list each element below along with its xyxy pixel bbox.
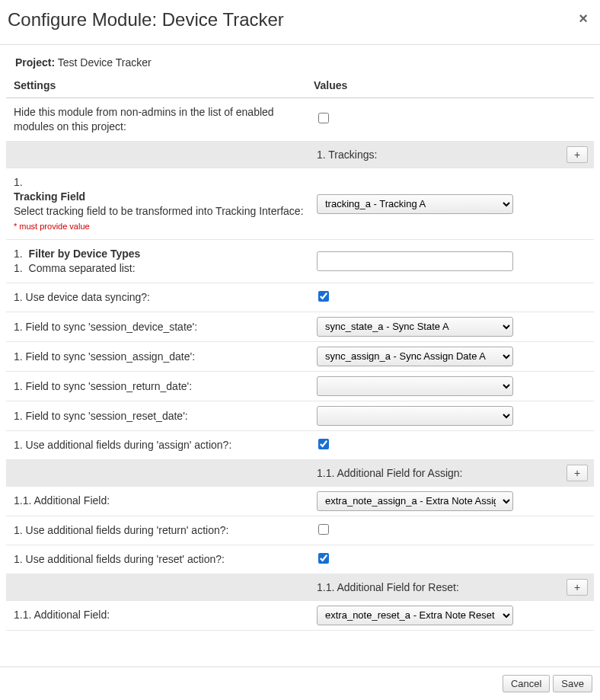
hide-module-label: Hide this module from non-admins in the … <box>14 106 274 133</box>
save-button[interactable]: Save <box>553 675 592 692</box>
add-additional-reset-button[interactable]: + <box>566 579 588 596</box>
additional-field-assign-label: 1.1. Additional Field: <box>14 494 110 507</box>
section-trackings-label: 1. Trackings: <box>317 149 377 161</box>
filter-prefix: 1. <box>14 248 23 260</box>
row-hide-module: Hide this module from non-admins in the … <box>6 98 594 142</box>
sync-reset-date-label: 1. Field to sync 'session_reset_date': <box>14 410 188 422</box>
section-additional-reset-label: 1.1. Additional Field for Reset: <box>317 581 459 593</box>
row-sync-return-date: 1. Field to sync 'session_return_date': <box>6 371 594 401</box>
use-additional-return-checkbox[interactable] <box>318 524 329 535</box>
add-additional-assign-button[interactable]: + <box>566 465 588 481</box>
section-additional-assign: 1.1. Additional Field for Assign: + <box>6 459 594 486</box>
project-label: Project: <box>15 56 55 69</box>
row-use-additional-return: 1. Use additional fields during 'return'… <box>6 516 594 545</box>
section-additional-assign-label: 1.1. Additional Field for Assign: <box>317 467 462 479</box>
row-use-additional-reset: 1. Use additional fields during 'reset' … <box>6 545 594 574</box>
row-tracking-field: 1. Tracking Field Select tracking field … <box>6 168 594 240</box>
section-trackings: 1. Trackings: + <box>6 141 594 168</box>
sync-return-date-label: 1. Field to sync 'session_return_date': <box>14 380 192 392</box>
tracking-field-required: * must provide value <box>14 221 306 232</box>
sync-return-date-select[interactable] <box>317 376 513 396</box>
additional-field-reset-select[interactable]: extra_note_reset_a - Extra Note Reset A <box>317 606 513 625</box>
hide-module-checkbox[interactable] <box>318 113 329 123</box>
row-use-additional-assign: 1. Use additional fields during 'assign'… <box>6 430 594 459</box>
row-sync-reset-date: 1. Field to sync 'session_reset_date': <box>6 401 594 430</box>
dialog-title: Configure Module: Device Tracker <box>8 9 284 30</box>
tracking-field-select[interactable]: tracking_a - Tracking A <box>317 194 513 214</box>
use-additional-return-label: 1. Use additional fields during 'return'… <box>14 524 228 536</box>
tracking-field-desc: Select tracking field to be transformed … <box>14 204 306 219</box>
row-sync-assign-date: 1. Field to sync 'session_assign_date': … <box>6 341 594 371</box>
configure-module-dialog: Configure Module: Device Tracker × Proje… <box>0 0 600 700</box>
row-additional-field-reset: 1.1. Additional Field: extra_note_reset_… <box>6 600 594 630</box>
project-name: Test Device Tracker <box>58 56 152 69</box>
column-values: Values <box>311 75 594 98</box>
use-data-sync-label: 1. Use device data syncing?: <box>14 291 150 303</box>
dialog-footer: Cancel Save <box>0 666 600 700</box>
project-line: Project: Test Device Tracker <box>6 56 594 75</box>
filter-title: Filter by Device Types <box>29 248 141 260</box>
filter-desc: Comma separated list: <box>29 262 136 274</box>
row-additional-field-assign: 1.1. Additional Field: extra_note_assign… <box>6 486 594 516</box>
row-use-data-sync: 1. Use device data syncing?: <box>6 283 594 312</box>
use-additional-reset-label: 1. Use additional fields during 'reset' … <box>14 553 225 565</box>
filter-prefix2: 1. <box>14 262 23 274</box>
use-additional-assign-label: 1. Use additional fields during 'assign'… <box>14 439 231 451</box>
sync-assign-date-label: 1. Field to sync 'session_assign_date': <box>14 350 195 363</box>
dialog-body[interactable]: Project: Test Device Tracker Settings Va… <box>0 45 600 666</box>
tracking-field-title: Tracking Field <box>14 190 306 204</box>
use-additional-assign-checkbox[interactable] <box>318 439 329 449</box>
tracking-field-prefix: 1. <box>14 175 306 190</box>
use-additional-reset-checkbox[interactable] <box>318 553 329 564</box>
section-additional-reset: 1.1. Additional Field for Reset: + <box>6 574 594 600</box>
sync-device-state-label: 1. Field to sync 'session_device_state': <box>14 321 197 333</box>
filter-device-types-input[interactable] <box>317 251 513 271</box>
additional-field-reset-label: 1.1. Additional Field: <box>14 609 110 621</box>
close-icon[interactable]: × <box>574 9 592 27</box>
row-filter-device-types: 1. Filter by Device Types 1. Comma separ… <box>6 240 594 283</box>
sync-reset-date-select[interactable] <box>317 406 513 426</box>
additional-field-assign-select[interactable]: extra_note_assign_a - Extra Note Assign … <box>317 491 513 511</box>
sync-device-state-select[interactable]: sync_state_a - Sync State A <box>317 317 513 337</box>
settings-table: Settings Values Hide this module from no… <box>6 75 594 666</box>
dialog-header: Configure Module: Device Tracker × <box>0 0 600 45</box>
row-sync-device-state: 1. Field to sync 'session_device_state':… <box>6 312 594 341</box>
cancel-button[interactable]: Cancel <box>503 675 550 692</box>
add-tracking-button[interactable]: + <box>566 146 588 163</box>
use-data-sync-checkbox[interactable] <box>318 291 329 302</box>
column-settings: Settings <box>6 75 311 98</box>
sync-assign-date-select[interactable]: sync_assign_a - Sync Assign Date A <box>317 347 513 366</box>
